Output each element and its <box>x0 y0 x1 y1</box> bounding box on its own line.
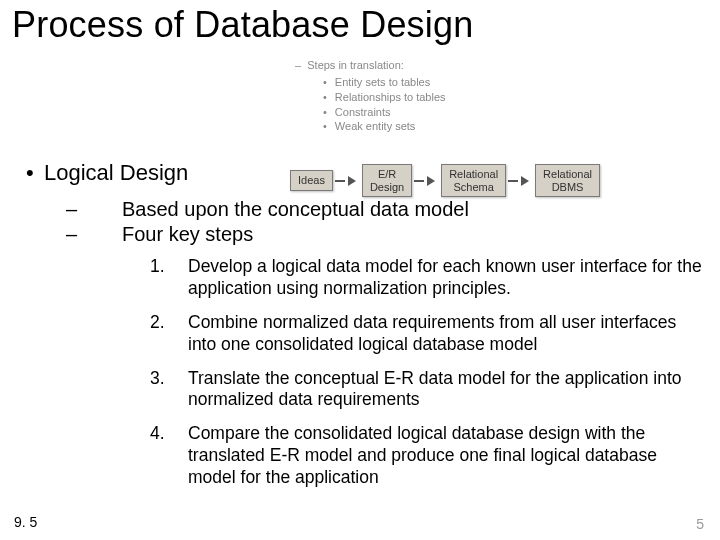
list-number: 2. <box>150 312 165 334</box>
list-item: 3. Translate the conceptual E-R data mod… <box>150 368 708 412</box>
list-text: Translate the conceptual E-R data model … <box>188 368 682 410</box>
step-item: Constraints <box>323 105 446 120</box>
numbered-list: 1. Develop a logical data model for each… <box>150 256 708 489</box>
body-content: Logical Design Based upon the conceptual… <box>12 160 708 501</box>
step-item: Relationships to tables <box>323 90 446 105</box>
step-item: Weak entity sets <box>323 119 446 134</box>
list-number: 4. <box>150 423 165 445</box>
step-item: Entity sets to tables <box>323 75 446 90</box>
footer-left: 9. 5 <box>14 514 37 530</box>
list-number: 1. <box>150 256 165 278</box>
steps-header: – Steps in translation: <box>295 58 446 73</box>
list-item: 4. Compare the consolidated logical data… <box>150 423 708 489</box>
list-number: 3. <box>150 368 165 390</box>
slide: Process of Database Design – Steps in tr… <box>0 0 720 540</box>
list-text: Develop a logical data model for each kn… <box>188 256 702 298</box>
steps-block: – Steps in translation: Entity sets to t… <box>295 58 446 134</box>
bullet-lvl2: Based upon the conceptual data model <box>122 198 708 221</box>
slide-number: 5 <box>696 516 704 532</box>
list-text: Combine normalized data requirements fro… <box>188 312 676 354</box>
bullet-lvl2: Four key steps <box>122 223 708 246</box>
list-item: 1. Develop a logical data model for each… <box>150 256 708 300</box>
list-text: Compare the consolidated logical databas… <box>188 423 657 487</box>
bullet-lvl1: Logical Design <box>44 160 708 186</box>
steps-header-text: Steps in translation: <box>307 59 404 71</box>
steps-list: Entity sets to tables Relationships to t… <box>323 75 446 134</box>
list-item: 2. Combine normalized data requirements … <box>150 312 708 356</box>
slide-title: Process of Database Design <box>0 0 720 46</box>
